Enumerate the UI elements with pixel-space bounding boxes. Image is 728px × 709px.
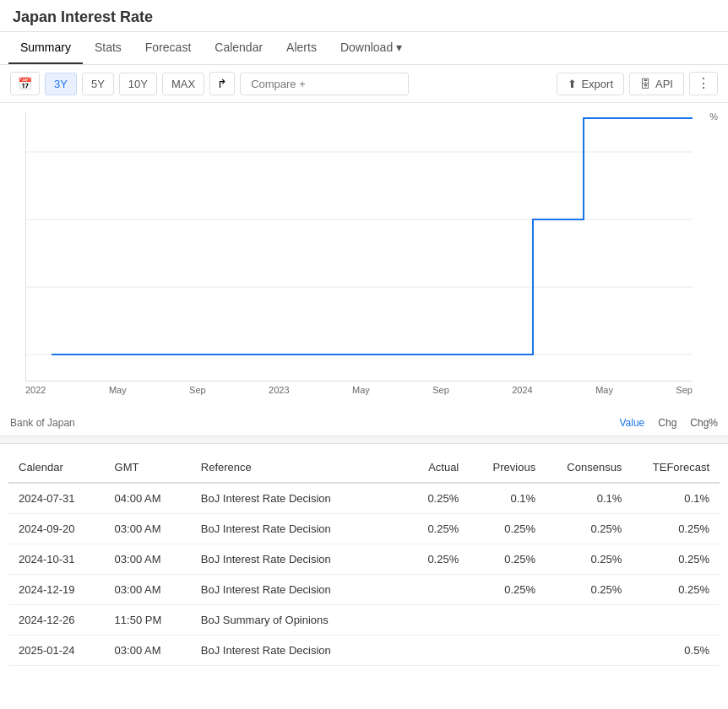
cell-consensus: 0.25%: [546, 514, 632, 544]
cell-reference: BoJ Interest Rate Decision: [191, 544, 393, 575]
cell-te-forecast: 0.1%: [632, 483, 720, 514]
x-label-2022: 2022: [25, 385, 46, 395]
more-options-button[interactable]: ⋮: [689, 72, 718, 95]
col-header-calendar: Calendar: [8, 452, 105, 483]
cell-gmt: 03:00 AM: [105, 575, 191, 605]
cell-reference: BoJ Interest Rate Decision: [191, 636, 393, 666]
cell-gmt: 03:00 AM: [105, 544, 191, 575]
cell-actual: 0.25%: [392, 544, 469, 575]
period-max-button[interactable]: MAX: [162, 73, 204, 95]
tab-alerts[interactable]: Alerts: [274, 32, 329, 64]
api-icon: 🗄: [640, 78, 651, 90]
cell-calendar: 2024-12-26: [8, 605, 105, 636]
cell-reference: BoJ Interest Rate Decision: [191, 575, 393, 605]
nav-tabs: Summary Stats Forecast Calendar Alerts D…: [0, 32, 728, 65]
legend-chg-pct[interactable]: Chg%: [690, 417, 718, 429]
page-title: Japan Interest Rate: [0, 0, 728, 32]
tab-summary[interactable]: Summary: [8, 32, 83, 64]
table-row: 2024-09-20 03:00 AM BoJ Interest Rate De…: [8, 514, 720, 544]
cell-previous: 0.25%: [469, 514, 546, 544]
chart-type-button[interactable]: ↱: [209, 72, 235, 95]
table-row: 2024-07-31 04:00 AM BoJ Interest Rate De…: [8, 483, 720, 514]
cell-previous: 0.1%: [469, 483, 546, 514]
export-button[interactable]: ⬆ Export: [557, 73, 624, 95]
cell-consensus: 0.25%: [546, 544, 632, 575]
legend-value[interactable]: Value: [619, 417, 644, 429]
tab-forecast[interactable]: Forecast: [133, 32, 203, 64]
period-5y-button[interactable]: 5Y: [82, 73, 114, 95]
legend-chg[interactable]: Chg: [658, 417, 676, 429]
export-icon: ⬆: [568, 78, 577, 90]
chart-container: % 0.20 0.10 0.00 -0.10 2022 May Sep 2023…: [8, 103, 720, 412]
cell-previous: [469, 636, 546, 666]
col-header-te-forecast: TEForecast: [632, 452, 720, 483]
cell-previous: 0.25%: [469, 544, 546, 575]
tab-stats[interactable]: Stats: [83, 32, 133, 64]
x-label-may2: May: [352, 385, 370, 395]
cell-actual: 0.25%: [392, 483, 469, 514]
col-header-gmt: GMT: [105, 452, 191, 483]
table-row: 2025-01-24 03:00 AM BoJ Interest Rate De…: [8, 636, 720, 666]
calendar-picker-button[interactable]: 📅: [10, 72, 40, 95]
export-label: Export: [581, 78, 613, 90]
col-header-actual: Actual: [392, 452, 469, 483]
x-label-may1: May: [109, 385, 127, 395]
period-10y-button[interactable]: 10Y: [119, 73, 157, 95]
table-row: 2024-12-19 03:00 AM BoJ Interest Rate De…: [8, 575, 720, 605]
cell-actual: 0.25%: [392, 514, 469, 544]
cell-calendar: 2024-10-31: [8, 544, 105, 575]
col-header-reference: Reference: [191, 452, 393, 483]
table-wrapper: Calendar GMT Reference Actual Previous C…: [0, 444, 728, 674]
cell-calendar: 2024-09-20: [8, 514, 105, 544]
cell-te-forecast: 0.5%: [632, 636, 720, 666]
cell-gmt: 03:00 AM: [105, 514, 191, 544]
data-table: Calendar GMT Reference Actual Previous C…: [8, 452, 720, 666]
tab-download[interactable]: Download ▾: [329, 32, 414, 64]
table-row: 2024-10-31 03:00 AM BoJ Interest Rate De…: [8, 544, 720, 575]
period-3y-button[interactable]: 3Y: [45, 73, 77, 95]
api-label: API: [655, 78, 673, 90]
chart-footer: Bank of Japan Value Chg Chg%: [0, 412, 728, 436]
cell-consensus: [546, 636, 632, 666]
col-header-previous: Previous: [469, 452, 546, 483]
x-label-sep2: Sep: [432, 385, 449, 395]
table-header-row: Calendar GMT Reference Actual Previous C…: [8, 452, 720, 483]
api-button[interactable]: 🗄 API: [629, 73, 684, 95]
cell-reference: BoJ Interest Rate Decision: [191, 514, 393, 544]
chart-percent-label: %: [709, 111, 718, 122]
x-label-may3: May: [595, 385, 613, 395]
cell-te-forecast: [632, 605, 720, 636]
x-label-2024: 2024: [512, 385, 532, 395]
cell-gmt: 04:00 AM: [105, 483, 191, 514]
cell-gmt: 03:00 AM: [105, 636, 191, 666]
toolbar: 📅 3Y 5Y 10Y MAX ↱ ⬆ Export 🗄 API ⋮: [0, 65, 728, 103]
chart-source-label: Bank of Japan: [10, 417, 75, 429]
cell-calendar: 2025-01-24: [8, 636, 105, 666]
cell-actual: [392, 636, 469, 666]
cell-consensus: [546, 605, 632, 636]
cell-gmt: 11:50 PM: [105, 605, 191, 636]
chart-svg: 0.20 0.10 0.00 -0.10: [25, 111, 693, 382]
cell-reference: BoJ Interest Rate Decision: [191, 483, 393, 514]
cell-actual: [392, 605, 469, 636]
cell-reference: BoJ Summary of Opinions: [191, 605, 393, 636]
col-header-consensus: Consensus: [546, 452, 632, 483]
x-label-sep3: Sep: [676, 385, 693, 395]
cell-actual: [392, 575, 469, 605]
cell-te-forecast: 0.25%: [632, 514, 720, 544]
cell-calendar: 2024-12-19: [8, 575, 105, 605]
cell-previous: [469, 605, 546, 636]
section-divider: [0, 436, 728, 444]
table-row: 2024-12-26 11:50 PM BoJ Summary of Opini…: [8, 605, 720, 636]
cell-te-forecast: 0.25%: [632, 575, 720, 605]
cell-consensus: 0.25%: [546, 575, 632, 605]
cell-consensus: 0.1%: [546, 483, 632, 514]
compare-input[interactable]: [240, 73, 409, 95]
cell-previous: 0.25%: [469, 575, 546, 605]
cell-te-forecast: 0.25%: [632, 544, 720, 575]
x-label-2023: 2023: [269, 385, 289, 395]
cell-calendar: 2024-07-31: [8, 483, 105, 514]
chart-legend: Value Chg Chg%: [619, 417, 718, 429]
tab-calendar[interactable]: Calendar: [203, 32, 274, 64]
x-label-sep1: Sep: [189, 385, 206, 395]
